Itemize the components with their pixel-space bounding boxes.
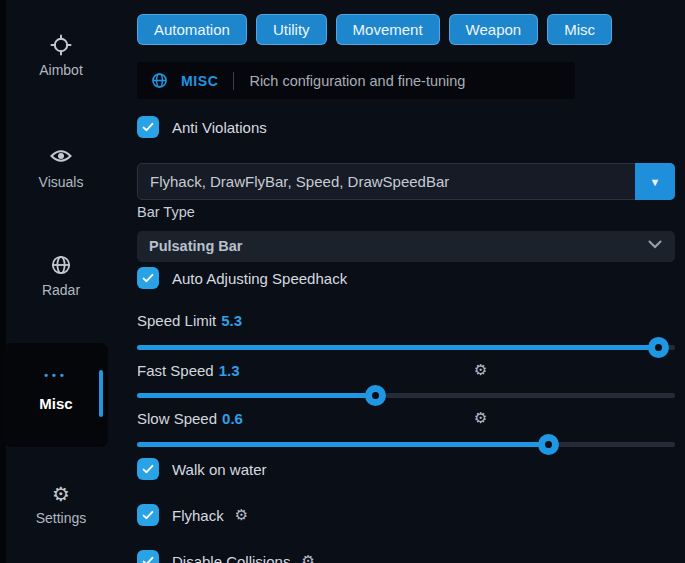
eye-icon — [6, 146, 116, 170]
slider-label-fast-speed: Fast Speed1.3 — [137, 362, 240, 379]
section-title: MISC — [181, 73, 218, 89]
gear-icon[interactable]: ⚙ — [301, 552, 314, 563]
sidebar-item-misc-active[interactable]: ••• Misc — [4, 343, 108, 447]
sidebar-item-aimbot[interactable]: Aimbot — [6, 34, 116, 78]
checkbox-row-walk-on-water[interactable]: Walk on water — [137, 458, 266, 480]
slider-handle[interactable] — [365, 385, 386, 406]
slider-fill — [137, 442, 549, 447]
gear-icon[interactable]: ⚙ — [474, 361, 487, 379]
slider-name: Slow Speed — [137, 410, 217, 427]
sidebar-item-radar[interactable]: Radar — [6, 254, 116, 298]
checkbox-row-flyhack[interactable]: Flyhack ⚙ — [137, 504, 248, 526]
checkbox-label: Walk on water — [172, 461, 266, 478]
slider-handle[interactable] — [538, 434, 559, 455]
slider-name: Fast Speed — [137, 362, 214, 379]
checkbox-label: Anti Violations — [172, 119, 267, 136]
slider-label-speed-limit: Speed Limit5.3 — [137, 312, 242, 329]
slider-value: 5.3 — [221, 312, 242, 329]
checkbox-row-disable-collisions[interactable]: Disable Collisions ⚙ — [137, 550, 315, 563]
fast-speed-slider[interactable] — [137, 385, 675, 406]
triangle-down-icon: ▼ — [650, 176, 661, 188]
sidebar-item-label: Aimbot — [6, 62, 116, 78]
sidebar-item-label: Visuals — [6, 174, 116, 190]
slider-value: 0.6 — [222, 410, 243, 427]
gear-icon[interactable]: ⚙ — [235, 506, 248, 524]
tab-movement[interactable]: Movement — [336, 14, 440, 45]
checkbox-checked-icon[interactable] — [137, 504, 159, 526]
bar-type-value: Pulsating Bar — [149, 231, 242, 262]
slider-value: 1.3 — [219, 362, 240, 379]
sidebar-item-visuals[interactable]: Visuals — [6, 146, 116, 190]
multiselect-value: Flyhack, DrawFlyBar, Speed, DrawSpeedBar — [150, 164, 449, 199]
ellipsis-icon: ••• — [4, 369, 108, 381]
checkbox-row-auto-adjusting-speedhack[interactable]: Auto Adjusting Speedhack — [137, 267, 347, 289]
slider-label-slow-speed: Slow Speed0.6 — [137, 410, 243, 427]
bar-type-label: Bar Type — [137, 204, 195, 220]
checkbox-label: Flyhack — [172, 507, 224, 524]
sidebar-item-label: Settings — [6, 510, 116, 526]
slider-name: Speed Limit — [137, 312, 216, 329]
sidebar-item-settings[interactable]: ⚙ Settings — [6, 482, 116, 526]
section-subtitle: Rich configuration and fine-tuning — [249, 73, 465, 89]
slider-fill — [137, 393, 376, 398]
tab-weapon[interactable]: Weapon — [449, 14, 539, 45]
anti-violation-multiselect[interactable]: Flyhack, DrawFlyBar, Speed, DrawSpeedBar… — [137, 163, 675, 200]
active-indicator-bar — [99, 370, 103, 417]
checkbox-label: Auto Adjusting Speedhack — [172, 270, 347, 287]
tab-misc[interactable]: Misc — [547, 14, 612, 45]
divider — [233, 72, 234, 90]
slow-speed-slider[interactable] — [137, 434, 675, 455]
speed-limit-slider[interactable] — [137, 337, 675, 358]
globe-icon — [6, 254, 116, 278]
tab-utility[interactable]: Utility — [256, 14, 327, 45]
chevron-down-icon — [648, 240, 662, 249]
crosshair-icon — [6, 34, 116, 58]
sidebar: Aimbot Visuals Radar ••• Misc ⚙ Settings — [6, 0, 130, 563]
multiselect-dropdown-button[interactable]: ▼ — [635, 163, 675, 200]
checkbox-checked-icon[interactable] — [137, 267, 159, 289]
checkbox-checked-icon[interactable] — [137, 550, 159, 563]
checkbox-checked-icon[interactable] — [137, 458, 159, 480]
gear-icon: ⚙ — [6, 482, 116, 506]
section-header: MISC Rich configuration and fine-tuning — [137, 62, 575, 99]
checkbox-checked-icon[interactable] — [137, 116, 159, 138]
checkbox-label: Disable Collisions — [172, 553, 290, 563]
bar-type-select[interactable]: Pulsating Bar — [137, 231, 675, 262]
gear-icon[interactable]: ⚙ — [474, 409, 487, 427]
tab-automation[interactable]: Automation — [137, 14, 247, 45]
sidebar-item-label: Radar — [6, 282, 116, 298]
slider-handle[interactable] — [648, 337, 669, 358]
slider-fill — [137, 345, 659, 350]
sidebar-item-label: Misc — [4, 395, 108, 412]
globe-icon — [151, 72, 168, 89]
checkbox-row-anti-violations[interactable]: Anti Violations — [137, 116, 267, 138]
category-tabs: Automation Utility Movement Weapon Misc — [137, 14, 612, 45]
main-panel: Automation Utility Movement Weapon Misc … — [137, 0, 675, 563]
